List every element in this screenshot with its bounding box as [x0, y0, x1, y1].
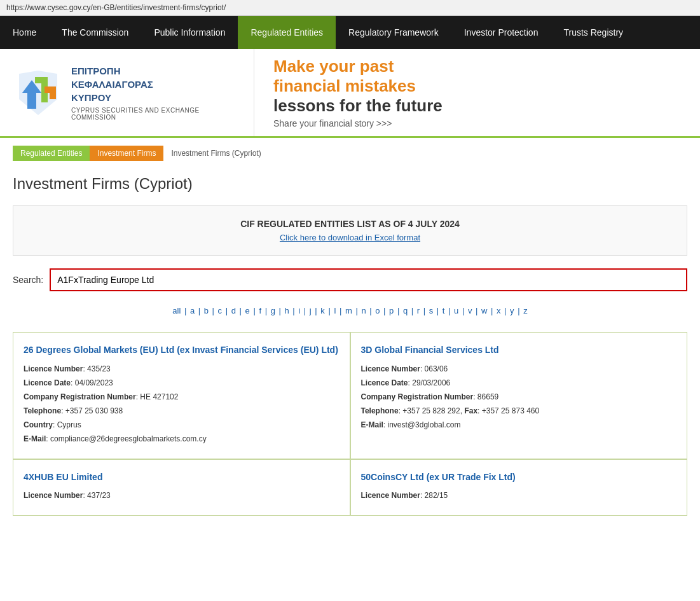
alphabet-link-x[interactable]: x — [497, 306, 501, 315]
entity-card-2: 4XHUB EU LimitedLicence Number: 437/23 — [13, 459, 350, 516]
licence-number-0: Licence Number: 435/23 — [24, 363, 340, 375]
search-input[interactable] — [50, 268, 687, 291]
alphabet-link-all[interactable]: all — [172, 306, 181, 315]
alphabet-link-h[interactable]: h — [284, 306, 289, 315]
company-reg-0: Company Registration Number: HE 427102 — [24, 391, 340, 403]
breadcrumb: Regulated Entities Investment Firms Inve… — [0, 138, 700, 169]
alphabet-link-a[interactable]: a — [190, 306, 195, 315]
licence-number-2: Licence Number: 437/23 — [24, 490, 340, 501]
alphabet-link-f[interactable]: f — [259, 306, 261, 315]
nav-regulated-entities[interactable]: Regulated Entities — [238, 16, 336, 49]
email-0: E-Mail: compliance@26degreesglobalmarket… — [24, 433, 340, 445]
email-1: E-Mail: invest@3dglobal.com — [361, 419, 677, 431]
alphabet-link-r[interactable]: r — [417, 306, 420, 315]
cysec-logo-icon — [13, 67, 64, 118]
entity-card-1: 3D Global Financial Services LtdLicence … — [350, 332, 688, 459]
logo-section: ΕΠΙΤΡΟΠΗ ΚΕΦΑΛΑΙΑΓΟΡΑΣ ΚΥΠΡΟΥ CYPRUS SEC… — [0, 49, 254, 136]
ad-content: Make your past financial mistakes lesson… — [273, 57, 443, 128]
alphabet-link-m[interactable]: m — [345, 306, 352, 315]
alphabet-link-z[interactable]: z — [523, 306, 528, 315]
country-0: Country: Cyprus — [24, 419, 340, 431]
entity-name-3[interactable]: 50CoinsCY Ltd (ex UR Trade Fix Ltd) — [361, 471, 677, 484]
logo-english-text: CYPRUS SECURITIES AND EXCHANGE COMMISSIO… — [71, 107, 241, 121]
alphabet-link-y[interactable]: y — [510, 306, 514, 315]
alphabet-link-j[interactable]: j — [310, 306, 312, 315]
alphabet-link-i[interactable]: i — [298, 306, 300, 315]
alphabet-link-e[interactable]: e — [245, 306, 250, 315]
ad-line2: financial mistakes — [273, 76, 443, 96]
entity-cards-grid: 26 Degrees Global Markets (EU) Ltd (ex I… — [13, 332, 687, 516]
licence-date-0: Licence Date: 04/09/2023 — [24, 377, 340, 389]
breadcrumb-regulated-entities[interactable]: Regulated Entities — [13, 146, 90, 161]
ad-line3: lessons for the future — [273, 96, 443, 116]
entity-name-1[interactable]: 3D Global Financial Services Ltd — [361, 344, 677, 357]
nav-trusts-registry[interactable]: Trusts Registry — [551, 16, 636, 49]
entity-card-3: 50CoinsCY Ltd (ex UR Trade Fix Ltd)Licen… — [350, 459, 688, 516]
nav-public-info[interactable]: Public Information — [141, 16, 238, 49]
company-reg-1: Company Registration Number: 86659 — [361, 391, 677, 403]
search-label: Search: — [13, 275, 43, 285]
alphabet-link-k[interactable]: k — [320, 306, 325, 315]
url-text: https://www.cysec.gov.cy/en-GB/entities/… — [6, 3, 226, 12]
logo-text: ΕΠΙΤΡΟΠΗ ΚΕΦΑΛΑΙΑΓΟΡΑΣ ΚΥΠΡΟΥ CYPRUS SEC… — [71, 64, 241, 121]
search-row: Search: — [13, 268, 687, 291]
main-nav: Home The Commission Public Information R… — [0, 16, 700, 49]
page-title: Investment Firms (Cypriot) — [0, 169, 700, 205]
download-excel-link[interactable]: Click here to download in Excel format — [280, 233, 420, 242]
breadcrumb-investment-firms[interactable]: Investment Firms — [90, 146, 163, 161]
alphabet-link-g[interactable]: g — [271, 306, 275, 315]
telephone-1: Telephone: +357 25 828 292, Fax: +357 25… — [361, 405, 677, 417]
licence-date-1: Licence Date: 29/03/2006 — [361, 377, 677, 389]
nav-regulatory-framework[interactable]: Regulatory Framework — [336, 16, 451, 49]
alphabet-link-o[interactable]: o — [375, 306, 380, 315]
alphabet-link-b[interactable]: b — [204, 306, 209, 315]
licence-number-1: Licence Number: 063/06 — [361, 363, 677, 375]
ad-line1: Make your past — [273, 57, 443, 76]
list-header-title: CIF REGULATED ENTITIES LIST AS OF 4 JULY… — [26, 219, 674, 229]
alphabet-link-l[interactable]: l — [334, 306, 336, 315]
alphabet-link-c[interactable]: c — [218, 306, 223, 315]
nav-commission[interactable]: The Commission — [49, 16, 141, 49]
nav-investor-protection[interactable]: Investor Protection — [451, 16, 551, 49]
breadcrumb-current: Investment Firms (Cypriot) — [163, 146, 268, 161]
alphabet-link-t[interactable]: t — [443, 306, 445, 315]
alphabet-row: all | a | b | c | d | e | f | g | h | i … — [13, 303, 687, 319]
url-bar: https://www.cysec.gov.cy/en-GB/entities/… — [0, 0, 700, 16]
alphabet-link-n[interactable]: n — [361, 306, 366, 315]
list-header: CIF REGULATED ENTITIES LIST AS OF 4 JULY… — [13, 205, 687, 256]
alphabet-link-d[interactable]: d — [231, 306, 236, 315]
alphabet-link-w[interactable]: w — [481, 306, 487, 315]
banner-area: ΕΠΙΤΡΟΠΗ ΚΕΦΑΛΑΙΑΓΟΡΑΣ ΚΥΠΡΟΥ CYPRUS SEC… — [0, 49, 700, 138]
entity-name-2[interactable]: 4XHUB EU Limited — [24, 471, 340, 484]
main-content: CIF REGULATED ENTITIES LIST AS OF 4 JULY… — [0, 205, 700, 516]
entity-name-0[interactable]: 26 Degrees Global Markets (EU) Ltd (ex I… — [24, 344, 340, 357]
alphabet-link-s[interactable]: s — [429, 306, 434, 315]
logo-greek-text: ΕΠΙΤΡΟΠΗ ΚΕΦΑΛΑΙΑΓΟΡΑΣ ΚΥΠΡΟΥ — [71, 64, 241, 104]
telephone-0: Telephone: +357 25 030 938 — [24, 405, 340, 417]
ad-line4: Share your financial story >>> — [273, 118, 443, 128]
entity-card-0: 26 Degrees Global Markets (EU) Ltd (ex I… — [13, 332, 350, 459]
licence-number-3: Licence Number: 282/15 — [361, 490, 677, 501]
alphabet-link-q[interactable]: q — [403, 306, 408, 315]
alphabet-link-v[interactable]: v — [468, 306, 472, 315]
alphabet-link-p[interactable]: p — [389, 306, 394, 315]
alphabet-link-u[interactable]: u — [454, 306, 458, 315]
ad-banner: Make your past financial mistakes lesson… — [254, 49, 700, 136]
nav-home[interactable]: Home — [0, 16, 49, 49]
